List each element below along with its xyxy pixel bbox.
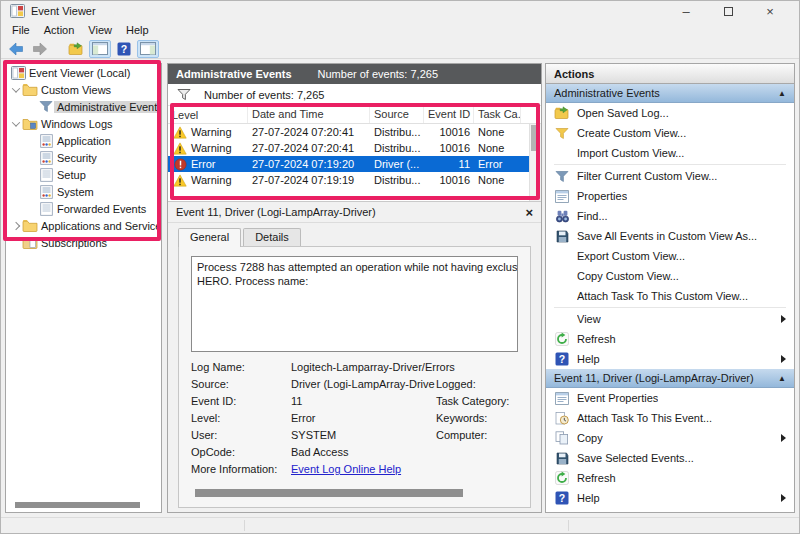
action-label: Create Custom View... xyxy=(577,127,686,139)
minimize-button[interactable]: – xyxy=(665,1,707,21)
actions-pane-title: Actions xyxy=(546,64,794,84)
menu-file[interactable]: File xyxy=(5,23,37,37)
action-help[interactable]: ?Help xyxy=(546,349,794,369)
properties-icon xyxy=(554,190,570,203)
sidebar-item-event-viewer-local[interactable]: Event Viewer (Local) xyxy=(6,64,161,81)
field-label-more-information: More Information: xyxy=(191,463,291,475)
toolbar-show-action-pane-button[interactable] xyxy=(137,40,159,58)
field-value-more-information[interactable]: Event Log Online Help xyxy=(291,463,518,475)
cell-event-id: 10016 xyxy=(424,174,474,186)
cell-event-id: 11 xyxy=(424,158,474,170)
console-tree-icon xyxy=(92,42,108,55)
action-find[interactable]: Find... xyxy=(546,206,794,226)
table-vertical-scrollbar[interactable] xyxy=(529,124,541,201)
field-value-level: Error xyxy=(291,412,436,424)
section-header-label: Administrative Events xyxy=(554,87,660,99)
action-label: View xyxy=(577,313,601,325)
column-header-level[interactable]: Level xyxy=(168,106,248,123)
close-button[interactable]: × xyxy=(749,1,791,21)
action-open-saved-log[interactable]: Open Saved Log... xyxy=(546,103,794,123)
log-icon xyxy=(38,185,54,199)
sidebar-item-subscriptions[interactable]: Subscriptions xyxy=(6,234,161,251)
event-row-1[interactable]: Warning27-07-2024 07:20:41Distribu...100… xyxy=(168,140,541,156)
action-label: Attach Task To This Event... xyxy=(577,412,712,424)
event-row-0[interactable]: Warning27-07-2024 07:20:41Distribu...100… xyxy=(168,124,541,140)
sidebar-item-label: Event Viewer (Local) xyxy=(26,67,133,79)
action-view[interactable]: View xyxy=(546,309,794,329)
folder-arrow-icon xyxy=(68,42,84,56)
actions-section-event-11-driver-logi-lamparray-driver[interactable]: Event 11, Driver (Logi-LampArray-Driver)… xyxy=(546,369,794,388)
action-copy[interactable]: Copy xyxy=(546,428,794,448)
sidebar-horizontal-scrollbar[interactable] xyxy=(15,502,140,508)
level-text: Warning xyxy=(191,126,232,138)
column-header-task-ca[interactable]: Task Ca... xyxy=(474,106,521,123)
action-refresh[interactable]: Refresh xyxy=(546,329,794,349)
refresh-icon xyxy=(554,332,570,346)
sidebar-item-label: Custom Views xyxy=(38,84,114,96)
chevron-right-icon[interactable] xyxy=(10,223,22,229)
column-header-event-id[interactable]: Event ID xyxy=(424,106,474,123)
action-label: Copy xyxy=(577,432,603,444)
subscriptions-icon xyxy=(22,236,38,249)
action-event-properties[interactable]: Event Properties xyxy=(546,388,794,408)
column-header-source[interactable]: Source xyxy=(370,106,424,123)
menu-help[interactable]: Help xyxy=(119,23,156,37)
app-icon xyxy=(9,4,25,18)
field-value-event-id: 11 xyxy=(291,395,436,407)
action-help[interactable]: ?Help xyxy=(546,488,794,508)
preview-title-bar: Event 11, Driver (Logi-LampArray-Driver)… xyxy=(168,202,541,223)
action-import-custom-view[interactable]: Import Custom View... xyxy=(546,143,794,163)
event-preview-pane: Event 11, Driver (Logi-LampArray-Driver)… xyxy=(168,202,541,512)
toolbar-help-button[interactable]: ? xyxy=(113,40,135,58)
cell-datetime: 27-07-2024 07:20:41 xyxy=(248,142,370,154)
tab-details[interactable]: Details xyxy=(243,228,301,246)
preview-close-icon[interactable]: × xyxy=(525,205,533,220)
sidebar-item-custom-views[interactable]: Custom Views xyxy=(6,81,161,98)
sidebar-item-system[interactable]: System xyxy=(6,183,161,200)
refresh-icon xyxy=(554,471,570,485)
cell-source: Distribu... xyxy=(370,174,424,186)
action-save-selected-events[interactable]: Save Selected Events... xyxy=(546,448,794,468)
sidebar-item-windows-logs[interactable]: Windows Logs xyxy=(6,115,161,132)
action-attach-task-to-this-event[interactable]: Attach Task To This Event... xyxy=(546,408,794,428)
chevron-down-icon[interactable] xyxy=(10,121,22,127)
action-attach-task-to-this-custom-view[interactable]: Attach Task To This Custom View... xyxy=(546,286,794,306)
sidebar-item-applications-and-services-lo[interactable]: Applications and Services Lo xyxy=(6,217,161,234)
action-properties[interactable]: Properties xyxy=(546,186,794,206)
action-refresh[interactable]: Refresh xyxy=(546,468,794,488)
arrow-left-icon xyxy=(8,42,24,56)
level-text: Warning xyxy=(191,142,232,154)
action-export-custom-view[interactable]: Export Custom View... xyxy=(546,246,794,266)
sidebar-item-application[interactable]: Application xyxy=(6,132,161,149)
sidebar-item-label: Applications and Services Lo xyxy=(38,220,162,232)
sidebar-item-setup[interactable]: Setup xyxy=(6,166,161,183)
menu-action[interactable]: Action xyxy=(37,23,82,37)
preview-horizontal-scrollbar[interactable] xyxy=(195,489,463,497)
action-create-custom-view[interactable]: Create Custom View... xyxy=(546,123,794,143)
event-row-2[interactable]: Error27-07-2024 07:19:20Driver (...11Err… xyxy=(168,156,541,172)
event-row-3[interactable]: Warning27-07-2024 07:19:19Distribu...100… xyxy=(168,172,541,188)
action-filter-current-custom-view[interactable]: Filter Current Custom View... xyxy=(546,166,794,186)
maximize-button[interactable] xyxy=(707,1,749,21)
actions-section-administrative-events[interactable]: Administrative Events▲ xyxy=(546,84,794,103)
toolbar-show-console-tree-button[interactable] xyxy=(89,40,111,58)
action-label: Copy Custom View... xyxy=(577,270,679,282)
action-copy-custom-view[interactable]: Copy Custom View... xyxy=(546,266,794,286)
tab-general[interactable]: General xyxy=(178,228,241,247)
sidebar-item-security[interactable]: Security xyxy=(6,149,161,166)
scroll-thumb[interactable] xyxy=(531,125,540,151)
toolbar-back-button[interactable] xyxy=(5,40,27,58)
toolbar-open-saved-log-button[interactable] xyxy=(65,40,87,58)
action-save-all-events-in-custom-view-as[interactable]: Save All Events in Custom View As... xyxy=(546,226,794,246)
sidebar-item-administrative-events[interactable]: Administrative Events xyxy=(6,98,161,115)
toolbar-forward-button[interactable] xyxy=(29,40,51,58)
menu-view[interactable]: View xyxy=(81,23,119,37)
sidebar-item-forwarded-events[interactable]: Forwarded Events xyxy=(6,200,161,217)
view-header-count: Number of events: 7,265 xyxy=(318,68,438,80)
action-label: Save Selected Events... xyxy=(577,452,694,464)
collapse-icon[interactable]: ▲ xyxy=(778,89,786,98)
column-header-date-and-time[interactable]: Date and Time xyxy=(248,106,370,123)
chevron-down-icon[interactable] xyxy=(10,87,22,93)
filter-icon xyxy=(554,170,570,183)
collapse-icon[interactable]: ▲ xyxy=(778,374,786,383)
